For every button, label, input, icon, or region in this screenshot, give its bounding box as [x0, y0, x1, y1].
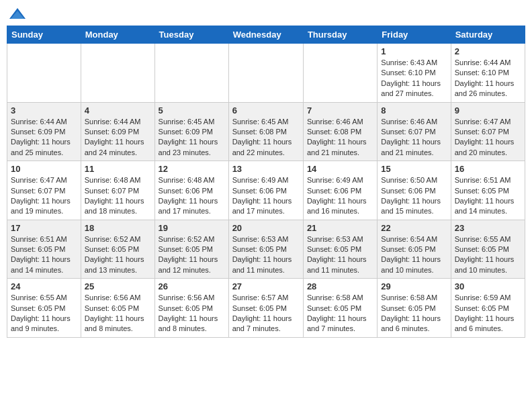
day-number: 18 — [85, 223, 151, 233]
day-number: 16 — [455, 164, 521, 174]
calendar-cell: 2Sunrise: 6:44 AM Sunset: 6:10 PM Daylig… — [451, 44, 525, 103]
day-info: Sunrise: 6:51 AM Sunset: 6:05 PM Dayligh… — [11, 234, 77, 276]
calendar-cell — [228, 44, 303, 103]
day-number: 2 — [455, 46, 521, 56]
day-info: Sunrise: 6:46 AM Sunset: 6:07 PM Dayligh… — [381, 117, 447, 158]
logo-icon — [8, 7, 27, 21]
calendar-cell: 5Sunrise: 6:45 AM Sunset: 6:09 PM Daylig… — [154, 102, 228, 161]
calendar-cell: 26Sunrise: 6:56 AM Sunset: 6:05 PM Dayli… — [154, 279, 228, 338]
day-number: 8 — [381, 105, 447, 116]
calendar-cell: 29Sunrise: 6:58 AM Sunset: 6:05 PM Dayli… — [378, 279, 451, 338]
calendar-cell: 14Sunrise: 6:49 AM Sunset: 6:06 PM Dayli… — [303, 161, 377, 220]
calendar-cell: 6Sunrise: 6:45 AM Sunset: 6:08 PM Daylig… — [228, 102, 303, 161]
day-info: Sunrise: 6:58 AM Sunset: 6:05 PM Dayligh… — [307, 293, 373, 334]
day-info: Sunrise: 6:55 AM Sunset: 6:05 PM Dayligh… — [11, 293, 77, 334]
day-number: 28 — [307, 281, 373, 291]
calendar-cell: 17Sunrise: 6:51 AM Sunset: 6:05 PM Dayli… — [7, 220, 81, 279]
day-info: Sunrise: 6:49 AM Sunset: 6:06 PM Dayligh… — [232, 175, 300, 217]
day-info: Sunrise: 6:44 AM Sunset: 6:10 PM Dayligh… — [455, 58, 521, 99]
day-info: Sunrise: 6:47 AM Sunset: 6:07 PM Dayligh… — [11, 175, 77, 217]
page-header — [7, 7, 525, 21]
day-info: Sunrise: 6:59 AM Sunset: 6:05 PM Dayligh… — [455, 293, 521, 334]
day-info: Sunrise: 6:47 AM Sunset: 6:07 PM Dayligh… — [455, 117, 521, 158]
day-info: Sunrise: 6:52 AM Sunset: 6:05 PM Dayligh… — [85, 234, 151, 276]
day-info: Sunrise: 6:56 AM Sunset: 6:05 PM Dayligh… — [159, 293, 225, 334]
calendar-cell: 12Sunrise: 6:48 AM Sunset: 6:06 PM Dayli… — [154, 161, 228, 220]
day-info: Sunrise: 6:58 AM Sunset: 6:05 PM Dayligh… — [381, 293, 447, 334]
day-number: 29 — [381, 281, 447, 291]
calendar-cell: 10Sunrise: 6:47 AM Sunset: 6:07 PM Dayli… — [7, 161, 81, 220]
day-info: Sunrise: 6:43 AM Sunset: 6:10 PM Dayligh… — [381, 58, 447, 99]
calendar-header-wednesday: Wednesday — [228, 26, 303, 44]
day-number: 3 — [11, 105, 77, 116]
calendar-cell: 8Sunrise: 6:46 AM Sunset: 6:07 PM Daylig… — [378, 102, 451, 161]
calendar-cell: 7Sunrise: 6:46 AM Sunset: 6:08 PM Daylig… — [303, 102, 377, 161]
day-number: 11 — [85, 164, 151, 174]
day-info: Sunrise: 6:46 AM Sunset: 6:08 PM Dayligh… — [307, 117, 373, 158]
day-number: 30 — [455, 281, 521, 291]
calendar-header-row: SundayMondayTuesdayWednesdayThursdayFrid… — [7, 26, 525, 44]
calendar-cell: 20Sunrise: 6:53 AM Sunset: 6:05 PM Dayli… — [228, 220, 303, 279]
calendar-cell: 23Sunrise: 6:55 AM Sunset: 6:05 PM Dayli… — [451, 220, 525, 279]
day-info: Sunrise: 6:53 AM Sunset: 6:05 PM Dayligh… — [307, 234, 373, 276]
calendar-cell: 16Sunrise: 6:51 AM Sunset: 6:05 PM Dayli… — [451, 161, 525, 220]
calendar-header-thursday: Thursday — [303, 26, 377, 44]
day-number: 20 — [232, 223, 300, 233]
day-info: Sunrise: 6:48 AM Sunset: 6:07 PM Dayligh… — [85, 175, 151, 217]
calendar-cell: 11Sunrise: 6:48 AM Sunset: 6:07 PM Dayli… — [81, 161, 154, 220]
calendar-cell — [303, 44, 377, 103]
day-number: 1 — [381, 46, 447, 56]
calendar-header-tuesday: Tuesday — [154, 26, 228, 44]
calendar-cell — [81, 44, 154, 103]
calendar-cell: 24Sunrise: 6:55 AM Sunset: 6:05 PM Dayli… — [7, 279, 81, 338]
day-info: Sunrise: 6:44 AM Sunset: 6:09 PM Dayligh… — [11, 117, 77, 158]
calendar-header-monday: Monday — [81, 26, 154, 44]
calendar-week-row: 1Sunrise: 6:43 AM Sunset: 6:10 PM Daylig… — [7, 44, 525, 103]
day-number: 14 — [307, 164, 373, 174]
day-number: 5 — [159, 105, 225, 116]
calendar-cell: 4Sunrise: 6:44 AM Sunset: 6:09 PM Daylig… — [81, 102, 154, 161]
calendar-cell — [154, 44, 228, 103]
day-info: Sunrise: 6:45 AM Sunset: 6:08 PM Dayligh… — [232, 117, 300, 158]
day-number: 19 — [159, 223, 225, 233]
day-info: Sunrise: 6:44 AM Sunset: 6:09 PM Dayligh… — [85, 117, 151, 158]
day-number: 12 — [159, 164, 225, 174]
calendar-cell: 27Sunrise: 6:57 AM Sunset: 6:05 PM Dayli… — [228, 279, 303, 338]
calendar-week-row: 17Sunrise: 6:51 AM Sunset: 6:05 PM Dayli… — [7, 220, 525, 279]
day-number: 9 — [455, 105, 521, 116]
calendar-cell: 15Sunrise: 6:50 AM Sunset: 6:06 PM Dayli… — [378, 161, 451, 220]
calendar-cell: 18Sunrise: 6:52 AM Sunset: 6:05 PM Dayli… — [81, 220, 154, 279]
day-info: Sunrise: 6:51 AM Sunset: 6:05 PM Dayligh… — [455, 175, 521, 217]
day-info: Sunrise: 6:55 AM Sunset: 6:05 PM Dayligh… — [455, 234, 521, 276]
day-number: 23 — [455, 223, 521, 233]
day-number: 21 — [307, 223, 373, 233]
calendar-header-sunday: Sunday — [7, 26, 81, 44]
day-info: Sunrise: 6:49 AM Sunset: 6:06 PM Dayligh… — [307, 175, 373, 217]
day-info: Sunrise: 6:45 AM Sunset: 6:09 PM Dayligh… — [159, 117, 225, 158]
day-number: 24 — [11, 281, 77, 291]
day-number: 26 — [159, 281, 225, 291]
calendar-cell: 3Sunrise: 6:44 AM Sunset: 6:09 PM Daylig… — [7, 102, 81, 161]
calendar-cell: 9Sunrise: 6:47 AM Sunset: 6:07 PM Daylig… — [451, 102, 525, 161]
calendar-week-row: 24Sunrise: 6:55 AM Sunset: 6:05 PM Dayli… — [7, 279, 525, 338]
calendar-cell — [7, 44, 81, 103]
day-info: Sunrise: 6:48 AM Sunset: 6:06 PM Dayligh… — [159, 175, 225, 217]
day-number: 10 — [11, 164, 77, 174]
calendar-cell: 21Sunrise: 6:53 AM Sunset: 6:05 PM Dayli… — [303, 220, 377, 279]
calendar-week-row: 3Sunrise: 6:44 AM Sunset: 6:09 PM Daylig… — [7, 102, 525, 161]
day-info: Sunrise: 6:52 AM Sunset: 6:05 PM Dayligh… — [159, 234, 225, 276]
calendar-cell: 22Sunrise: 6:54 AM Sunset: 6:05 PM Dayli… — [378, 220, 451, 279]
calendar: SundayMondayTuesdayWednesdayThursdayFrid… — [7, 26, 525, 338]
day-info: Sunrise: 6:57 AM Sunset: 6:05 PM Dayligh… — [232, 293, 300, 334]
calendar-cell: 28Sunrise: 6:58 AM Sunset: 6:05 PM Dayli… — [303, 279, 377, 338]
day-info: Sunrise: 6:56 AM Sunset: 6:05 PM Dayligh… — [85, 293, 151, 334]
day-number: 22 — [381, 223, 447, 233]
calendar-cell: 13Sunrise: 6:49 AM Sunset: 6:06 PM Dayli… — [228, 161, 303, 220]
day-number: 4 — [85, 105, 151, 116]
calendar-header-friday: Friday — [378, 26, 451, 44]
calendar-week-row: 10Sunrise: 6:47 AM Sunset: 6:07 PM Dayli… — [7, 161, 525, 220]
logo — [7, 7, 27, 21]
calendar-cell: 1Sunrise: 6:43 AM Sunset: 6:10 PM Daylig… — [378, 44, 451, 103]
day-number: 27 — [232, 281, 300, 291]
day-number: 7 — [307, 105, 373, 116]
